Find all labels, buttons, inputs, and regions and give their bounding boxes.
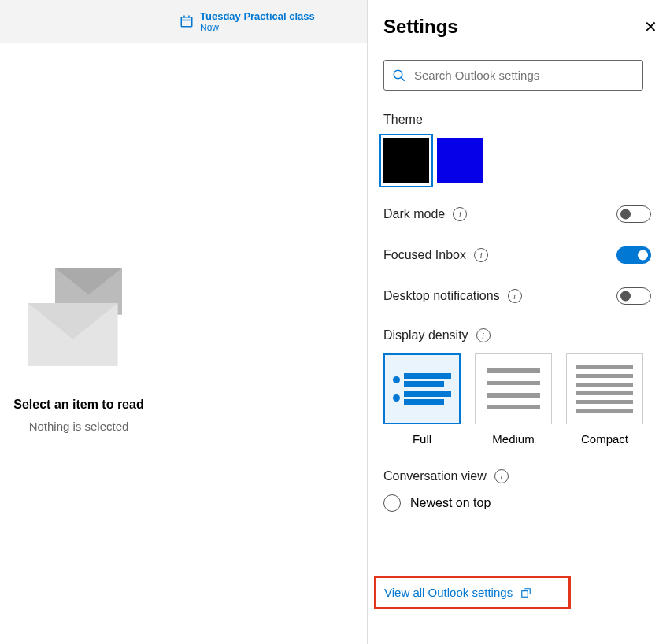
search-input[interactable] — [414, 68, 635, 82]
svg-rect-0 — [181, 17, 192, 27]
desktop-notif-label: Desktop notifications — [383, 289, 500, 303]
dark-mode-label: Dark mode — [383, 207, 445, 221]
event-title: Tuesday Practical class — [200, 10, 315, 23]
theme-label: Theme — [383, 113, 659, 127]
info-icon[interactable]: i — [494, 469, 509, 483]
density-option-medium[interactable]: Medium — [475, 353, 552, 446]
info-icon[interactable]: i — [453, 207, 467, 221]
density-compact-label: Compact — [581, 432, 628, 446]
density-option-compact[interactable]: Compact — [566, 353, 643, 446]
focused-inbox-label: Focused Inbox — [383, 248, 466, 262]
popout-icon — [520, 587, 531, 598]
focused-inbox-toggle[interactable] — [616, 246, 651, 264]
search-icon — [392, 68, 406, 83]
view-all-highlight: View all Outlook settings — [374, 576, 571, 609]
close-icon[interactable]: ✕ — [644, 17, 657, 36]
density-medium-label: Medium — [492, 432, 534, 446]
svg-point-8 — [394, 70, 402, 79]
settings-title: Settings — [383, 16, 458, 38]
info-icon[interactable]: i — [474, 248, 488, 262]
svg-rect-10 — [522, 590, 528, 597]
svg-line-9 — [401, 77, 405, 81]
empty-title: Select an item to read — [13, 398, 143, 412]
info-icon[interactable]: i — [476, 328, 491, 342]
density-option-full[interactable]: Full — [383, 353, 461, 446]
search-input-container[interactable] — [383, 60, 643, 91]
view-all-link[interactable]: View all Outlook settings — [384, 586, 513, 599]
theme-swatch-black[interactable] — [383, 138, 429, 183]
empty-state: Select an item to read Nothing is select… — [0, 268, 157, 433]
conversation-label: Conversation view — [383, 469, 487, 483]
envelope-illustration — [20, 268, 138, 378]
density-full-label: Full — [413, 432, 431, 446]
dark-mode-toggle[interactable] — [616, 205, 651, 223]
desktop-notif-toggle[interactable] — [616, 287, 651, 305]
radio-newest-label: Newest on top — [410, 496, 491, 510]
header-bar: Tuesday Practical class Now — [0, 0, 367, 43]
empty-subtitle: Nothing is selected — [29, 420, 129, 433]
info-icon[interactable]: i — [508, 289, 522, 303]
theme-swatch-blue[interactable] — [437, 138, 483, 183]
calendar-icon — [180, 14, 194, 28]
event-time: Now — [200, 22, 315, 33]
settings-panel: Settings ✕ Theme Dark mode i Focused Inb… — [367, 0, 659, 644]
density-label: Display density — [383, 328, 468, 342]
calendar-event[interactable]: Tuesday Practical class Now — [180, 10, 315, 34]
radio-newest-top[interactable] — [383, 494, 401, 512]
